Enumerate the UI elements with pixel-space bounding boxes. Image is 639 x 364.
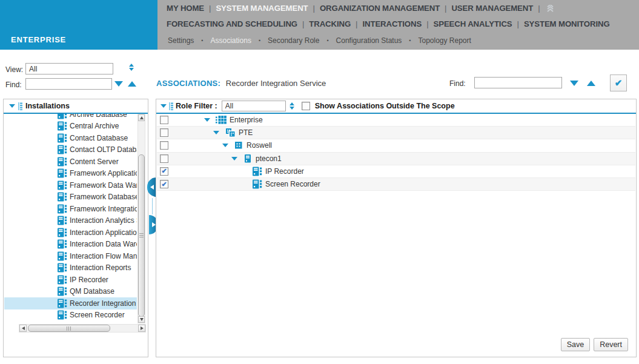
installation-list-item[interactable]: Contact OLTP Database — [4, 144, 137, 156]
main-find-input[interactable] — [474, 77, 562, 88]
subnav-item-configuration-status[interactable]: Configuration Status — [336, 36, 402, 45]
tree-node: IP Recorder — [168, 167, 304, 176]
find-prev-icon[interactable] — [128, 81, 136, 87]
row-checkbox[interactable] — [160, 116, 168, 124]
associations-panel: Role Filter : All Show Associations Outs… — [156, 99, 637, 357]
tree-node: PTE — [168, 128, 253, 137]
installations-title: Installations — [25, 102, 70, 110]
collapse-menu-icon[interactable] — [546, 5, 554, 12]
installation-label: Archive Database — [70, 114, 127, 119]
installation-list-item[interactable]: Archive Database — [4, 114, 137, 121]
installation-list-item[interactable]: IP Recorder — [4, 274, 137, 286]
vertical-scrollbar-thumb[interactable] — [138, 154, 145, 317]
subnav-item-associations[interactable]: Associations — [211, 36, 251, 45]
view-select[interactable]: All — [25, 63, 113, 74]
list-icon — [169, 102, 173, 110]
nav-item-interactions[interactable]: INTERACTIONS — [362, 19, 422, 28]
installation-list-item[interactable]: Framework Data Wareho — [4, 179, 137, 191]
main-find-next-icon[interactable] — [570, 81, 578, 86]
row-checkbox[interactable]: ✔ — [160, 180, 168, 188]
main-find-prev-icon[interactable] — [587, 81, 595, 86]
row-checkbox[interactable] — [160, 141, 168, 150]
vertical-scrollbar[interactable] — [137, 114, 145, 323]
role-filter-spinner[interactable] — [290, 102, 294, 110]
installation-list-item[interactable]: Central Archive — [4, 121, 137, 133]
server-icon — [243, 154, 253, 164]
nav-rows: MY HOME|SYSTEM MANAGEMENT|ORGANIZATION M… — [167, 0, 639, 50]
role-filter-select[interactable]: All — [222, 101, 286, 111]
association-row[interactable]: ✔IP Recorder — [157, 165, 635, 178]
installation-list-item[interactable]: Recorder Integration Se — [4, 297, 137, 309]
nav-item-organization-management[interactable]: ORGANIZATION MANAGEMENT — [320, 4, 440, 13]
find-next-icon[interactable] — [114, 81, 123, 87]
subnav-item-settings[interactable]: Settings — [168, 36, 194, 45]
installation-label: Framework Database — [70, 193, 137, 201]
main-find-label: Find: — [449, 79, 466, 88]
installations-header[interactable]: Installations — [4, 99, 148, 114]
list-icon — [18, 102, 22, 110]
find-input[interactable] — [25, 78, 112, 90]
primary-nav: MY HOME|SYSTEM MANAGEMENT|ORGANIZATION M… — [167, 0, 639, 16]
collapse-arrow-icon[interactable] — [9, 104, 15, 108]
role-filter-label: Role Filter : — [176, 102, 217, 110]
installation-list-item[interactable]: Content Server — [4, 156, 137, 168]
expand-arrow-icon[interactable] — [204, 118, 210, 122]
scroll-right-button[interactable] — [138, 325, 145, 332]
row-checkbox[interactable] — [160, 154, 168, 163]
nav-item-system-monitoring[interactable]: SYSTEM MONITORING — [524, 19, 610, 28]
collapse-panel-button[interactable] — [147, 177, 156, 197]
installation-icon — [57, 275, 67, 285]
association-row[interactable]: ptecon1 — [157, 153, 635, 165]
horizontal-scrollbar-thumb[interactable] — [28, 325, 110, 332]
installation-list-item[interactable]: Interaction Reports — [4, 262, 137, 274]
brand-logo: ENTERPRISE — [11, 35, 66, 44]
nav-item-my-home[interactable]: MY HOME — [167, 4, 204, 13]
installation-label: Interaction Applications — [70, 228, 137, 237]
down-arrow-icon — [140, 318, 144, 321]
scroll-down-button[interactable] — [138, 316, 145, 323]
subnav-item-topology-report[interactable]: Topology Report — [418, 36, 471, 45]
nav-item-user-management[interactable]: USER MANAGEMENT — [451, 4, 533, 13]
association-row[interactable]: Enterprise — [157, 114, 635, 127]
collapse-arrow-icon[interactable] — [161, 104, 167, 108]
horizontal-scrollbar[interactable] — [19, 324, 146, 333]
nav-item-speech-analytics[interactable]: SPEECH ANALYTICS — [433, 19, 512, 28]
installation-list-item[interactable]: Interaction Flow Manage — [4, 250, 137, 262]
save-button[interactable]: Save — [561, 338, 591, 351]
nav-item-forecasting-and-scheduling[interactable]: FORECASTING AND SCHEDULING — [167, 19, 297, 28]
installation-list-item[interactable]: Screen Recorder — [4, 309, 137, 322]
installation-list-item[interactable]: Interaction Applications — [4, 227, 137, 239]
nav-item-tracking[interactable]: TRACKING — [309, 19, 351, 28]
association-row[interactable]: PTE — [157, 127, 635, 139]
row-checkbox[interactable]: ✔ — [160, 167, 168, 176]
scroll-up-button[interactable] — [138, 114, 145, 121]
scroll-left-button[interactable] — [19, 325, 27, 332]
installation-list-item[interactable]: Interaction Analytics Se — [4, 215, 137, 227]
installation-list-item[interactable]: QM Database — [4, 286, 137, 298]
view-spinner[interactable] — [129, 64, 134, 71]
expand-arrow-icon[interactable] — [222, 144, 228, 147]
installation-label: Interaction Reports — [70, 263, 131, 272]
installation-list-item[interactable]: Contact Database — [4, 132, 137, 144]
installation-list-item[interactable]: Framework Applications — [4, 168, 137, 180]
expand-arrow-icon[interactable] — [231, 157, 237, 160]
show-associations-checkbox[interactable] — [302, 102, 310, 110]
association-row[interactable]: Roswell — [157, 139, 635, 152]
nav-item-system-management[interactable]: SYSTEM MANAGEMENT — [216, 4, 308, 13]
installation-list-item[interactable]: Interaction Data Wareho — [4, 239, 137, 251]
nav-separator: | — [356, 19, 357, 28]
nav-separator: | — [517, 19, 519, 28]
node-label: IP Recorder — [265, 167, 304, 176]
installation-list-item[interactable]: Framework Integration S — [4, 203, 137, 215]
installation-icon — [57, 263, 67, 273]
installation-label: Contact OLTP Database — [70, 145, 137, 154]
installation-list-item[interactable]: Framework Database — [4, 191, 137, 204]
subnav-item-secondary-role[interactable]: Secondary Role — [268, 36, 319, 45]
association-row[interactable]: ✔Screen Recorder — [157, 178, 635, 191]
panel-splitter[interactable] — [152, 198, 153, 214]
apply-find-button[interactable]: ✔ — [610, 74, 627, 91]
revert-button[interactable]: Revert — [594, 338, 628, 351]
expand-arrow-icon[interactable] — [213, 131, 219, 134]
installation-label: Framework Applications — [70, 169, 137, 177]
row-checkbox[interactable] — [160, 128, 168, 137]
